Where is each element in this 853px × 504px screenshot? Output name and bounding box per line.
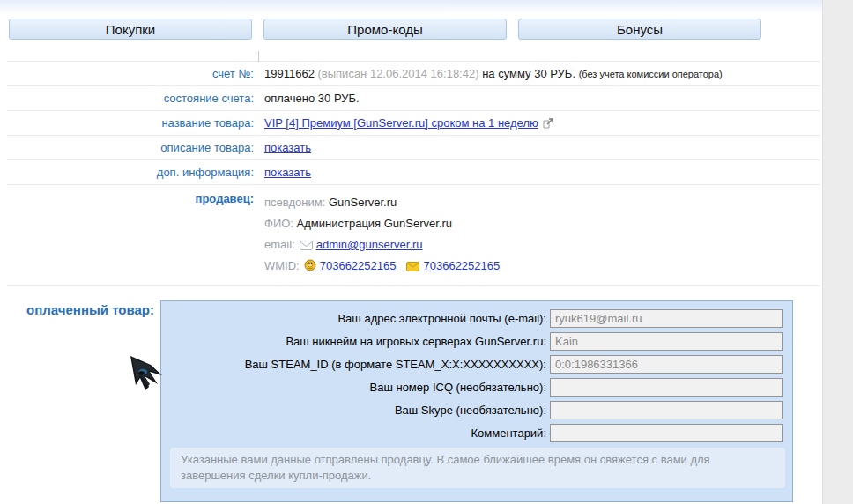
skype-field[interactable]: [550, 401, 783, 419]
seller-name: Администрация GunServer.ru: [297, 217, 452, 230]
comment-field[interactable]: [550, 424, 783, 442]
paid-product-label: оплаченный товар:: [7, 300, 154, 502]
show-description-link[interactable]: показать: [264, 141, 311, 154]
row-seller: продавец: псевдоним: GunServer.ru ФИО: А…: [7, 184, 820, 285]
account-state-value: оплачено 30 РУБ.: [254, 92, 360, 105]
paid-product-panel: Ваш адрес электронной почты (e-mail): Ва…: [160, 300, 793, 502]
row-paid-product: оплаченный товар: Ваш адрес электронной …: [7, 285, 820, 502]
form-row-icq: Ваш номер ICQ (необязательно):: [161, 378, 792, 397]
icq-field-label: Ваш номер ICQ (необязательно):: [161, 381, 546, 394]
product-description-label: описание товара:: [7, 141, 254, 154]
product-name-value: VIP [4] Премиум [GunServer.ru] сроком на…: [254, 116, 557, 130]
invoice-issued-date: (выписан 12.06.2014 16:18:42): [318, 67, 479, 80]
show-extra-info-link[interactable]: показать: [264, 166, 311, 179]
invoice-number: 19911662: [264, 67, 315, 80]
yellow-envelope-icon: [406, 262, 419, 271]
seller-nickname-label: псевдоним:: [264, 196, 325, 209]
tab-bonuses[interactable]: Бонусы: [518, 19, 761, 40]
page-edge-strip: [822, 0, 853, 504]
data-sent-note: Указанные вами данные отправлены продавц…: [170, 448, 785, 488]
seller-email-label: email:: [264, 238, 295, 251]
steam-id-field[interactable]: [550, 355, 783, 374]
seller-label: продавец:: [7, 192, 254, 277]
external-link-icon: [543, 118, 553, 129]
seller-name-label: ФИО:: [264, 217, 293, 230]
invoice-number-value: 19911662 (выписан 12.06.2014 16:18:42) н…: [254, 67, 723, 80]
icq-field[interactable]: [550, 378, 783, 397]
seller-wmid-keeper-link[interactable]: 703662252165: [320, 259, 397, 272]
webmoney-keeper-icon: [304, 259, 316, 271]
seller-wmid-line: WMID:703662252165703662252165: [264, 256, 500, 277]
invoice-number-label: счет №:: [7, 67, 254, 80]
email-field[interactable]: [550, 309, 783, 328]
row-product-name: название товара: VIP [4] Премиум [GunSer…: [7, 110, 820, 135]
comment-field-label: Комментарий:: [161, 426, 546, 440]
tab-promo-codes[interactable]: Промо-коды: [263, 19, 507, 40]
nickname-field[interactable]: [550, 332, 783, 351]
tab-bar: Покупки Промо-коды Бонусы: [9, 19, 853, 40]
product-description-value: показать: [254, 141, 311, 154]
product-link[interactable]: VIP [4] Премиум [GunServer.ru] сроком на…: [264, 116, 538, 130]
account-state-label: состояние счета:: [7, 92, 254, 105]
form-row-nickname: Ваш никнейм на игровых серверах GunServe…: [161, 332, 792, 351]
tab-purchases[interactable]: Покупки: [9, 19, 252, 40]
invoice-amount: на сумму 30 РУБ.: [482, 67, 575, 80]
row-extra-info: доп. информация: показать: [7, 159, 820, 184]
skype-field-label: Ваш Skype (необязательно):: [161, 404, 546, 417]
invoice-details: счет №: 19911662 (выписан 12.06.2014 16:…: [7, 61, 820, 502]
seller-nickname-line: псевдоним: GunServer.ru: [264, 192, 500, 213]
nickname-field-label: Ваш никнейм на игровых серверах GunServe…: [161, 335, 546, 348]
form-row-comment: Комментарий:: [161, 424, 792, 442]
form-row-email: Ваш адрес электронной почты (e-mail):: [161, 309, 792, 328]
column-divider: [258, 51, 259, 62]
extra-info-value: показать: [254, 166, 311, 179]
seller-name-line: ФИО: Администрация GunServer.ru: [264, 213, 500, 234]
form-row-steam-id: Ваш STEAM_ID (в формате STEAM_X:X:XXXXXX…: [161, 355, 792, 374]
seller-wmid-label: WMID:: [264, 259, 300, 272]
form-row-skype: Ваш Skype (необязательно):: [161, 401, 792, 419]
row-account-state: состояние счета: оплачено 30 РУБ.: [7, 85, 820, 110]
product-name-label: название товара:: [7, 116, 254, 130]
seller-value: псевдоним: GunServer.ru ФИО: Администрац…: [254, 192, 500, 277]
extra-info-label: доп. информация:: [7, 166, 254, 179]
seller-email-link[interactable]: admin@gunserver.ru: [316, 238, 423, 251]
top-gradient: [0, 0, 853, 14]
seller-email-line: email:admin@gunserver.ru: [264, 234, 500, 256]
email-field-label: Ваш адрес электронной почты (e-mail):: [161, 312, 546, 325]
row-product-description: описание товара: показать: [7, 135, 820, 159]
steam-id-field-label: Ваш STEAM_ID (в формате STEAM_X:X:XXXXXX…: [161, 358, 546, 371]
row-invoice-number: счет №: 19911662 (выписан 12.06.2014 16:…: [7, 61, 820, 85]
envelope-icon: [300, 241, 313, 250]
invoice-commission-note: (без учета комиссии оператора): [579, 69, 723, 79]
seller-wmid-mail-link[interactable]: 703662252165: [423, 259, 500, 272]
seller-nickname: GunServer.ru: [329, 196, 397, 209]
